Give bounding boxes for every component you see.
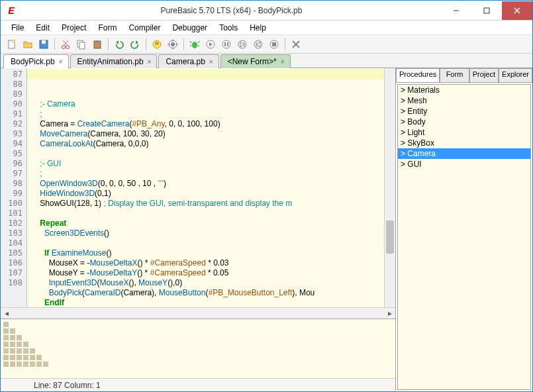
close-button[interactable] [502, 1, 532, 20]
procedure-item[interactable]: > Materials [398, 85, 530, 95]
svg-rect-59 [30, 355, 35, 360]
procedure-item[interactable]: > Camera [398, 148, 530, 159]
code-line[interactable]: Screen3DEvents() [31, 228, 384, 238]
code-line[interactable]: Repeat [31, 219, 384, 228]
toolbar-separator [108, 38, 109, 50]
menu-file[interactable]: File [6, 22, 29, 34]
step-over-icon[interactable] [203, 37, 218, 52]
svg-line-25 [198, 41, 199, 43]
scroll-right-arrow[interactable]: ▸ [384, 308, 395, 319]
continue-icon[interactable] [251, 37, 266, 52]
svg-rect-44 [10, 335, 15, 340]
code-line[interactable] [31, 149, 384, 159]
menu-compiler[interactable]: Compiler [123, 22, 166, 34]
open-file-icon[interactable] [21, 37, 35, 52]
procedure-item[interactable]: > Body [398, 117, 530, 127]
menu-help[interactable]: Help [244, 22, 271, 34]
vertical-scroll-thumb[interactable] [386, 220, 394, 254]
maximize-button[interactable] [471, 1, 502, 20]
code-line[interactable]: If ExamineMouse() [31, 248, 384, 258]
procedure-item[interactable]: > Mesh [398, 95, 530, 106]
svg-point-9 [66, 45, 70, 48]
main-window: E PureBasic 5.70 LTS (x64) - BodyPick.pb… [0, 0, 533, 392]
close-icon[interactable]: × [279, 58, 286, 66]
code-line[interactable]: InputEvent3D(MouseX(), MouseY(),0) [31, 278, 384, 288]
close-icon[interactable]: × [208, 58, 215, 66]
svg-rect-55 [3, 355, 9, 360]
editor-tab[interactable]: BodyPick.pb× [3, 54, 69, 68]
code-line[interactable] [31, 238, 384, 248]
svg-rect-30 [224, 42, 226, 46]
svg-rect-47 [10, 342, 15, 347]
code-line[interactable]: MouseX = -MouseDeltaX() * #CameraSpeed *… [31, 258, 384, 268]
horizontal-scrollbar[interactable]: ◂ ▸ [1, 307, 395, 318]
code-line[interactable]: BodyPick(CameraID(Camera), MouseButton(#… [31, 288, 384, 298]
editor-tabs: BodyPick.pb×EntityAnimation.pb×Camera.pb… [1, 54, 532, 68]
code-line[interactable]: MouseY = -MouseDeltaY() * #CameraSpeed *… [31, 268, 384, 278]
stop-icon[interactable] [267, 37, 281, 52]
procedures-list[interactable]: > Materials> Mesh> Entity> Body> Light> … [397, 84, 531, 390]
vertical-scrollbar[interactable] [384, 68, 395, 307]
svg-rect-49 [23, 342, 28, 347]
cut-icon[interactable] [58, 37, 73, 52]
code-line[interactable]: HideWindow3D(0,1) [31, 189, 384, 199]
code-line[interactable]: ShowGUI(128, 1) ; Display the GUI, semi-… [31, 199, 384, 209]
redo-icon[interactable] [128, 37, 142, 52]
code-line[interactable]: CameraLookAt(Camera, 0,0,0) [31, 139, 384, 149]
code-line[interactable]: Camera = CreateCamera(#PB_Any, 0, 0, 100… [31, 119, 384, 129]
code-area[interactable]: ;- Camera ; Camera = CreateCamera(#PB_An… [27, 68, 384, 307]
editor-tab[interactable]: EntityAnimation.pb× [70, 54, 158, 68]
menu-tools[interactable]: Tools [214, 22, 243, 34]
undo-icon[interactable] [112, 37, 126, 52]
code-line[interactable]: ; [31, 169, 384, 179]
paste-icon[interactable] [90, 37, 105, 52]
menu-project[interactable]: Project [56, 22, 91, 34]
svg-line-24 [190, 41, 191, 43]
svg-rect-43 [3, 335, 9, 340]
side-tab-explorer[interactable]: Explorer [499, 68, 532, 82]
current-line-highlight [27, 70, 384, 79]
code-line[interactable]: MoveCamera(Camera, 100, 30, 20) [31, 129, 384, 139]
code-line[interactable]: ;- Camera [31, 99, 384, 109]
code-line[interactable]: EndIf [31, 298, 384, 307]
kill-icon[interactable] [289, 37, 303, 52]
side-tab-project[interactable]: Project [469, 68, 499, 82]
svg-rect-58 [23, 355, 28, 360]
svg-rect-60 [36, 355, 42, 360]
new-file-icon[interactable] [5, 37, 19, 52]
titlebar[interactable]: E PureBasic 5.70 LTS (x64) - BodyPick.pb [1, 1, 532, 21]
run-icon[interactable] [166, 37, 180, 52]
code-line[interactable]: ; [31, 109, 384, 119]
svg-rect-15 [95, 40, 99, 42]
minimize-button[interactable] [441, 1, 471, 20]
copy-icon[interactable] [74, 37, 89, 52]
menu-edit[interactable]: Edit [30, 22, 55, 34]
code-line[interactable]: OpenWindow3D(0, 0, 0, 50 , 10 , "") [31, 179, 384, 189]
procedure-item[interactable]: > GUI [398, 159, 530, 170]
close-icon[interactable]: × [146, 58, 153, 66]
output-panel[interactable] [1, 318, 395, 378]
side-tab-form[interactable]: Form [440, 68, 469, 82]
menu-form[interactable]: Form [93, 22, 122, 34]
svg-point-29 [222, 40, 230, 48]
code-line[interactable]: ;- GUI [31, 159, 384, 169]
procedure-item[interactable]: > SkyBox [398, 138, 530, 148]
step-into-icon[interactable] [219, 37, 234, 52]
code-editor[interactable]: 87 88 89 90 91 92 93 94 95 96 97 98 99 1… [1, 68, 395, 307]
close-icon[interactable]: × [58, 58, 64, 66]
compile-icon[interactable] [150, 37, 164, 52]
procedure-item[interactable]: > Entity [398, 106, 530, 117]
menu-debugger[interactable]: Debugger [167, 22, 213, 34]
scroll-left-arrow[interactable]: ◂ [1, 308, 12, 319]
debug-run-icon[interactable] [187, 37, 202, 52]
cursor-position: Line: 87 Column: 1 [34, 381, 101, 390]
side-tab-procedures[interactable]: Procedures [396, 68, 440, 82]
step-out-icon[interactable] [235, 37, 250, 52]
save-icon[interactable] [36, 37, 51, 52]
procedure-item[interactable]: > Light [398, 127, 530, 138]
code-line[interactable] [31, 209, 384, 219]
editor-tab[interactable]: <New Form>*× [220, 54, 291, 68]
editor-tab[interactable]: Camera.pb× [158, 54, 218, 68]
svg-rect-50 [3, 348, 9, 354]
tab-label: EntityAnimation.pb [77, 57, 144, 66]
